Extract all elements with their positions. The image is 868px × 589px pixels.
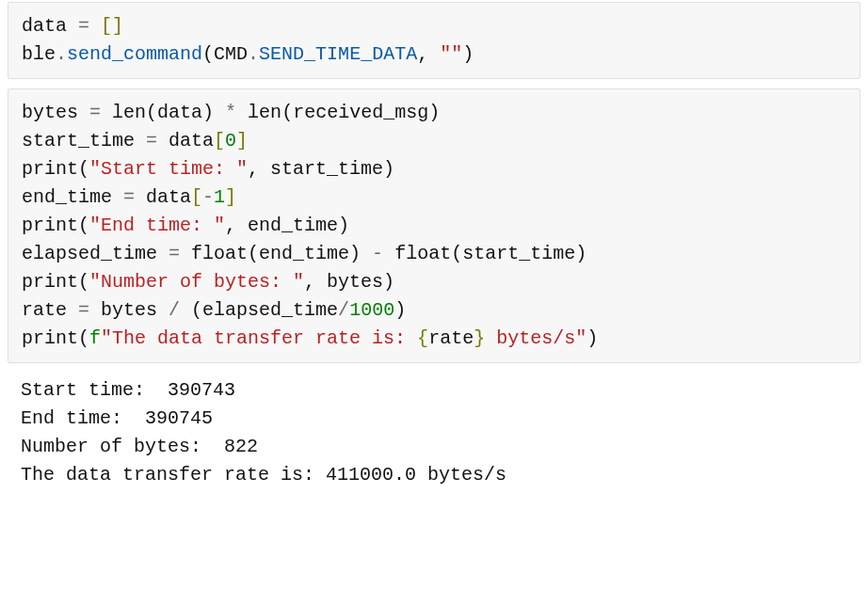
token: = [169,243,191,264]
token: print [22,158,78,180]
token: start_time [270,158,383,180]
token: ) [587,327,598,349]
output-line: Start time: 390743 [21,379,235,401]
token: end_time [22,186,123,208]
token: = [146,130,169,151]
token: f [89,327,101,349]
token: ) [349,243,372,264]
token: data [169,130,214,151]
token: bytes/s" [485,327,587,349]
token: float [394,243,451,264]
token: { [417,327,428,349]
token: ) [338,215,349,236]
code-block-2: bytes = len(data) * len(received_msg) st… [22,99,846,353]
token: } [474,327,485,349]
token: ( [191,299,202,321]
token: data [146,186,191,208]
token: ( [78,158,89,180]
token: / [338,299,349,321]
token: [ [191,186,202,208]
code-cell-2[interactable]: bytes = len(data) * len(received_msg) st… [8,88,860,363]
token: ] [236,130,248,151]
token: send_command [67,43,202,65]
token: start_time [462,243,575,264]
token: ) [383,271,394,293]
token: - [202,186,214,208]
output-cell: Start time: 390743 End time: 390745 Numb… [8,373,860,493]
token: ( [281,102,293,123]
token: "The data transfer rate is: [101,327,417,349]
token: CMD [214,43,248,65]
token: 1000 [349,299,394,321]
token: , [225,215,248,236]
token: print [22,271,78,293]
token: * [225,102,248,123]
token: ble [22,43,56,65]
token: print [22,215,78,236]
token: ) [575,243,587,264]
token: 0 [225,130,236,151]
token: ) [462,43,474,65]
output-line: End time: 390745 [21,407,213,429]
token: ) [383,158,394,180]
output-line: The data transfer rate is: 411000.0 byte… [21,464,506,486]
token: end_time [259,243,349,264]
token: ( [146,102,157,123]
token: . [248,43,259,65]
output-text: Start time: 390743 End time: 390745 Numb… [21,376,847,489]
token: rate [22,299,78,321]
token: bytes [327,271,383,293]
token: , [417,43,440,65]
token: [ [101,15,112,37]
token: [ [214,130,225,151]
token: received_msg [293,102,428,123]
token: "End time: " [89,215,225,236]
token: = [123,186,146,208]
token: ) [394,299,406,321]
token: rate [428,327,474,349]
token: ) [202,102,225,123]
code-cell-1[interactable]: data = [] ble.send_command(CMD.SEND_TIME… [8,2,860,79]
token: SEND_TIME_DATA [259,43,417,65]
token: - [372,243,394,264]
token: = [78,15,101,37]
token: "Number of bytes: " [89,271,304,293]
token: print [22,327,78,349]
token: elapsed_time [202,299,338,321]
token: "" [440,43,462,65]
token: "Start time: " [89,158,248,180]
token: bytes [101,299,169,321]
token: ( [202,43,214,65]
token: ( [451,243,462,264]
token: bytes [22,102,89,123]
token: , [248,158,270,180]
token: = [78,299,101,321]
token: data [157,102,202,123]
token: float [191,243,248,264]
token: elapsed_time [22,243,169,264]
token: , [304,271,327,293]
token: start_time [22,130,146,151]
token: data [22,15,78,37]
token: ( [78,327,89,349]
token: end_time [248,215,338,236]
token: ( [78,215,89,236]
token: . [56,43,67,65]
token: ] [225,186,236,208]
token: / [169,299,191,321]
token: ( [248,243,259,264]
token: len [248,102,281,123]
token: len [112,102,146,123]
token: ) [428,102,440,123]
code-block-1: data = [] ble.send_command(CMD.SEND_TIME… [22,12,846,69]
token: ( [78,271,89,293]
token: 1 [214,186,225,208]
output-line: Number of bytes: 822 [21,436,258,457]
token: ] [112,15,123,37]
token: = [89,102,112,123]
